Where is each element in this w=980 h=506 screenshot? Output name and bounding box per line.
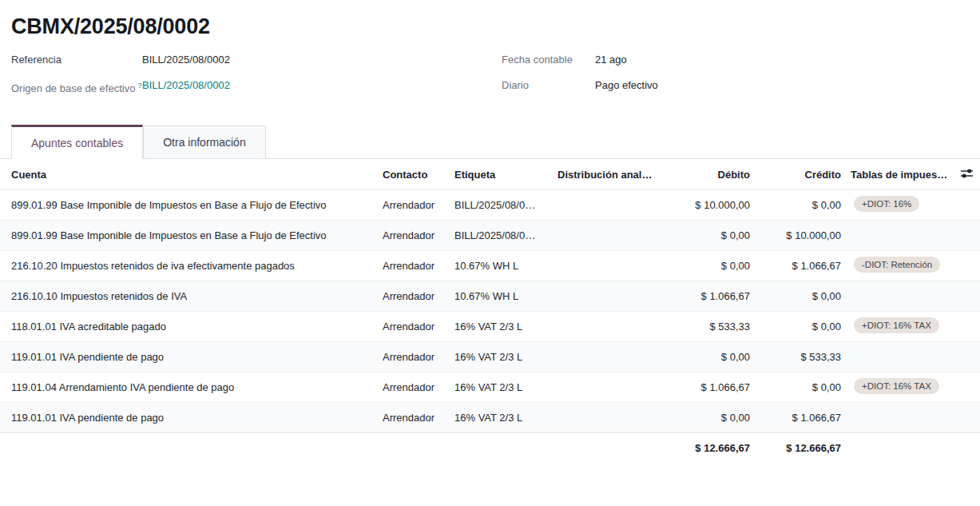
cell-distribucion-analitica bbox=[554, 341, 658, 372]
cell-extra bbox=[953, 341, 980, 372]
tab-apuntes-contables[interactable]: Apuntes contables bbox=[11, 125, 143, 159]
cell-distribucion-analitica bbox=[554, 189, 658, 220]
cell-debito: $ 1.066,67 bbox=[658, 372, 756, 402]
sliders-icon bbox=[960, 168, 974, 181]
journal-entry-form: CBMX/2025/08/0002 Referencia BILL/2025/0… bbox=[0, 0, 980, 506]
cell-debito: $ 0,00 bbox=[658, 220, 756, 250]
cell-cuenta: 118.01.01 IVA acreditable pagado bbox=[0, 311, 379, 341]
cell-cuenta: 899.01.99 Base Imponible de Impuestos en… bbox=[0, 220, 379, 250]
cell-etiqueta: 16% VAT 2/3 L bbox=[451, 372, 554, 402]
total-credit: $ 12.666,67 bbox=[756, 432, 847, 463]
table-row[interactable]: 216.10.20 Impuestos retenidos de iva efe… bbox=[0, 250, 980, 281]
field-referencia: Referencia BILL/2025/08/0002 bbox=[11, 52, 490, 68]
cell-etiqueta: 16% VAT 2/3 L bbox=[451, 402, 554, 432]
cell-contacto: Arrendador bbox=[379, 189, 451, 220]
table-header-row: Cuenta Contacto Etiqueta Distribución an… bbox=[0, 159, 980, 189]
table-row[interactable]: 216.10.10 Impuestos retenidos de IVA Arr… bbox=[0, 281, 980, 311]
cell-debito: $ 1.066,67 bbox=[658, 281, 756, 311]
table-row[interactable]: 119.01.01 IVA pendiente de pago Arrendad… bbox=[0, 402, 980, 432]
cell-etiqueta: 10.67% WH L bbox=[451, 281, 554, 311]
cell-cuenta: 119.01.01 IVA pendiente de pago bbox=[0, 341, 379, 372]
cell-extra bbox=[953, 311, 980, 341]
cell-debito: $ 0,00 bbox=[658, 402, 756, 432]
cell-credito: $ 1.066,67 bbox=[756, 250, 847, 281]
column-header-contacto[interactable]: Contacto bbox=[379, 159, 451, 189]
field-diario: Diario Pago efectivo bbox=[502, 78, 658, 94]
field-value-fecha-contable[interactable]: 21 ago bbox=[595, 52, 627, 68]
table-row[interactable]: 118.01.01 IVA acreditable pagado Arrenda… bbox=[0, 311, 980, 341]
tax-grid-badge: +DIOT: 16% TAX bbox=[854, 317, 939, 333]
journal-items-table: Cuenta Contacto Etiqueta Distribución an… bbox=[0, 159, 980, 463]
cell-extra bbox=[953, 189, 980, 220]
cell-tablas-de-impuestos bbox=[847, 341, 953, 372]
column-header-etiqueta[interactable]: Etiqueta bbox=[451, 159, 554, 189]
field-label-diario: Diario bbox=[502, 78, 595, 94]
cell-distribucion-analitica bbox=[554, 250, 658, 281]
field-label-referencia: Referencia bbox=[11, 52, 142, 68]
totals-spacer bbox=[0, 432, 379, 463]
field-fecha-contable: Fecha contable 21 ago bbox=[502, 52, 658, 68]
cell-debito: $ 0,00 bbox=[658, 341, 756, 372]
help-icon[interactable]: ? bbox=[137, 82, 141, 90]
cell-credito: $ 0,00 bbox=[756, 281, 847, 311]
optional-columns-button[interactable] bbox=[953, 159, 980, 189]
tab-otra-informacion[interactable]: Otra información bbox=[143, 126, 265, 158]
cell-extra bbox=[953, 220, 980, 250]
cell-credito: $ 0,00 bbox=[756, 311, 847, 341]
cell-credito: $ 10.000,00 bbox=[756, 220, 847, 250]
cell-cuenta: 119.01.01 IVA pendiente de pago bbox=[0, 402, 379, 432]
cell-etiqueta: 10.67% WH L bbox=[451, 250, 554, 281]
table-row[interactable]: 899.01.99 Base Imponible de Impuestos en… bbox=[0, 189, 980, 220]
cell-extra bbox=[953, 250, 980, 281]
cell-etiqueta: 16% VAT 2/3 L bbox=[451, 341, 554, 372]
table-body: 899.01.99 Base Imponible de Impuestos en… bbox=[0, 189, 980, 432]
totals-row: $ 12.666,67 $ 12.666,67 bbox=[0, 432, 980, 463]
field-value-referencia[interactable]: BILL/2025/08/0002 bbox=[142, 52, 230, 68]
field-label-origen-base-efectivo: Origen de base de efectivo? bbox=[11, 78, 142, 97]
field-value-origen-base-efectivo-link[interactable]: BILL/2025/08/0002 bbox=[142, 78, 230, 97]
cell-tablas-de-impuestos bbox=[847, 402, 953, 432]
cell-distribucion-analitica bbox=[554, 402, 658, 432]
column-header-tablas-de-impuestos[interactable]: Tablas de impues… bbox=[847, 159, 953, 189]
cell-cuenta: 899.01.99 Base Imponible de Impuestos en… bbox=[0, 189, 379, 220]
cell-contacto: Arrendador bbox=[379, 372, 451, 402]
header-fields-left: Referencia BILL/2025/08/0002 Origen de b… bbox=[0, 52, 490, 106]
tax-grid-badge: -DIOT: Retención bbox=[854, 257, 940, 273]
field-value-diario[interactable]: Pago efectivo bbox=[595, 78, 658, 94]
column-header-debito[interactable]: Débito bbox=[658, 159, 756, 189]
table-row[interactable]: 119.01.04 Arrendamiento IVA pendiente de… bbox=[0, 372, 980, 402]
cell-tablas-de-impuestos bbox=[847, 281, 953, 311]
field-label-fecha-contable: Fecha contable bbox=[502, 52, 595, 68]
table-row[interactable]: 119.01.01 IVA pendiente de pago Arrendad… bbox=[0, 341, 980, 372]
cell-etiqueta: 16% VAT 2/3 L bbox=[451, 311, 554, 341]
column-header-credito[interactable]: Crédito bbox=[756, 159, 847, 189]
cell-distribucion-analitica bbox=[554, 311, 658, 341]
cell-tablas-de-impuestos: +DIOT: 16% TAX bbox=[847, 311, 953, 341]
cell-credito: $ 0,00 bbox=[756, 372, 847, 402]
cell-cuenta: 216.10.20 Impuestos retenidos de iva efe… bbox=[0, 250, 379, 281]
cell-credito: $ 1.066,67 bbox=[756, 402, 847, 432]
cell-distribucion-analitica bbox=[554, 220, 658, 250]
cell-tablas-de-impuestos: +DIOT: 16% bbox=[847, 189, 953, 220]
cell-contacto: Arrendador bbox=[379, 402, 451, 432]
cell-debito: $ 0,00 bbox=[658, 250, 756, 281]
cell-tablas-de-impuestos: -DIOT: Retención bbox=[847, 250, 953, 281]
cell-etiqueta: BILL/2025/08/0… bbox=[451, 220, 554, 250]
cell-credito: $ 0,00 bbox=[756, 189, 847, 220]
notebook-tabs: Apuntes contables Otra información bbox=[0, 125, 980, 159]
table-row[interactable]: 899.01.99 Base Imponible de Impuestos en… bbox=[0, 220, 980, 250]
page-title: CBMX/2025/08/0002 bbox=[0, 0, 980, 39]
field-label-text: Origen de base de efectivo bbox=[11, 82, 135, 94]
cell-contacto: Arrendador bbox=[379, 250, 451, 281]
cell-tablas-de-impuestos bbox=[847, 220, 953, 250]
cell-cuenta: 119.01.04 Arrendamiento IVA pendiente de… bbox=[0, 372, 379, 402]
cell-debito: $ 10.000,00 bbox=[658, 189, 756, 220]
cell-distribucion-analitica bbox=[554, 372, 658, 402]
cell-tablas-de-impuestos: +DIOT: 16% TAX bbox=[847, 372, 953, 402]
header-fields: Referencia BILL/2025/08/0002 Origen de b… bbox=[0, 52, 980, 106]
column-header-distribucion-analitica[interactable]: Distribución analí… bbox=[554, 159, 658, 189]
cell-contacto: Arrendador bbox=[379, 220, 451, 250]
tax-grid-badge: +DIOT: 16% TAX bbox=[854, 378, 939, 394]
cell-distribucion-analitica bbox=[554, 281, 658, 311]
column-header-cuenta[interactable]: Cuenta bbox=[0, 159, 379, 189]
